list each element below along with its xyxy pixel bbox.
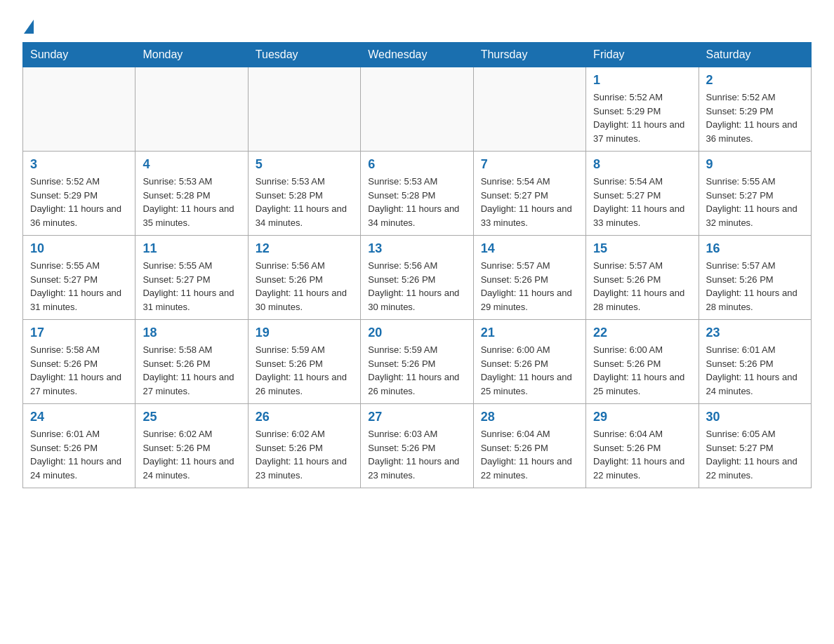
day-number: 9 xyxy=(706,157,804,172)
day-number: 23 xyxy=(706,326,804,340)
calendar-week-row-2: 3Sunrise: 5:52 AM Sunset: 5:29 PM Daylig… xyxy=(23,152,812,236)
calendar-cell: 19Sunrise: 5:59 AM Sunset: 5:26 PM Dayli… xyxy=(248,320,360,404)
day-info: Sunrise: 5:57 AM Sunset: 5:26 PM Dayligh… xyxy=(593,259,691,314)
calendar-cell: 14Sunrise: 5:57 AM Sunset: 5:26 PM Dayli… xyxy=(473,236,585,320)
day-info: Sunrise: 5:53 AM Sunset: 5:28 PM Dayligh… xyxy=(368,175,465,229)
calendar-week-row-4: 17Sunrise: 5:58 AM Sunset: 5:26 PM Dayli… xyxy=(23,320,812,404)
day-info: Sunrise: 6:04 AM Sunset: 5:26 PM Dayligh… xyxy=(481,427,578,482)
day-info: Sunrise: 5:58 AM Sunset: 5:26 PM Dayligh… xyxy=(30,343,128,398)
day-info: Sunrise: 5:53 AM Sunset: 5:28 PM Dayligh… xyxy=(256,175,353,229)
calendar-cell xyxy=(248,67,360,152)
calendar-cell xyxy=(23,67,135,152)
calendar-cell: 28Sunrise: 6:04 AM Sunset: 5:26 PM Dayli… xyxy=(473,404,585,488)
day-number: 25 xyxy=(143,410,240,424)
day-number: 6 xyxy=(368,157,465,172)
day-number: 16 xyxy=(706,241,804,256)
calendar-header-row: SundayMondayTuesdayWednesdayThursdayFrid… xyxy=(23,43,812,67)
day-number: 8 xyxy=(593,157,691,172)
calendar-cell: 6Sunrise: 5:53 AM Sunset: 5:28 PM Daylig… xyxy=(361,152,473,236)
calendar-cell: 11Sunrise: 5:55 AM Sunset: 5:27 PM Dayli… xyxy=(135,236,248,320)
calendar-cell: 9Sunrise: 5:55 AM Sunset: 5:27 PM Daylig… xyxy=(699,152,811,236)
calendar-week-row-5: 24Sunrise: 6:01 AM Sunset: 5:26 PM Dayli… xyxy=(23,404,812,488)
calendar-cell: 7Sunrise: 5:54 AM Sunset: 5:27 PM Daylig… xyxy=(473,152,585,236)
calendar-cell: 10Sunrise: 5:55 AM Sunset: 5:27 PM Dayli… xyxy=(23,236,135,320)
calendar-cell: 13Sunrise: 5:56 AM Sunset: 5:26 PM Dayli… xyxy=(361,236,473,320)
logo-triangle-icon xyxy=(24,20,34,34)
calendar-header-wednesday: Wednesday xyxy=(361,43,473,67)
calendar-cell: 18Sunrise: 5:58 AM Sunset: 5:26 PM Dayli… xyxy=(135,320,248,404)
calendar-cell: 20Sunrise: 5:59 AM Sunset: 5:26 PM Dayli… xyxy=(361,320,473,404)
day-info: Sunrise: 6:00 AM Sunset: 5:26 PM Dayligh… xyxy=(593,343,691,398)
day-info: Sunrise: 5:52 AM Sunset: 5:29 PM Dayligh… xyxy=(593,90,691,145)
day-number: 19 xyxy=(256,326,353,340)
day-info: Sunrise: 5:56 AM Sunset: 5:26 PM Dayligh… xyxy=(256,259,353,314)
day-number: 26 xyxy=(256,410,353,424)
day-info: Sunrise: 5:54 AM Sunset: 5:27 PM Dayligh… xyxy=(593,175,691,229)
day-info: Sunrise: 5:59 AM Sunset: 5:26 PM Dayligh… xyxy=(368,343,465,398)
day-number: 20 xyxy=(368,326,465,340)
day-number: 13 xyxy=(368,241,465,256)
day-info: Sunrise: 5:55 AM Sunset: 5:27 PM Dayligh… xyxy=(143,259,240,314)
calendar-cell: 8Sunrise: 5:54 AM Sunset: 5:27 PM Daylig… xyxy=(586,152,699,236)
calendar-cell: 17Sunrise: 5:58 AM Sunset: 5:26 PM Dayli… xyxy=(23,320,135,404)
day-number: 21 xyxy=(481,326,578,340)
day-info: Sunrise: 6:01 AM Sunset: 5:26 PM Dayligh… xyxy=(706,343,804,398)
day-number: 18 xyxy=(143,326,240,340)
calendar-cell: 2Sunrise: 5:52 AM Sunset: 5:29 PM Daylig… xyxy=(699,67,811,152)
day-number: 1 xyxy=(593,73,691,88)
day-number: 4 xyxy=(143,157,240,172)
calendar-cell xyxy=(135,67,248,152)
calendar-header-thursday: Thursday xyxy=(473,43,585,67)
day-number: 29 xyxy=(593,410,691,424)
calendar-cell: 1Sunrise: 5:52 AM Sunset: 5:29 PM Daylig… xyxy=(586,67,699,152)
calendar-header-sunday: Sunday xyxy=(23,43,135,67)
day-number: 14 xyxy=(481,241,578,256)
day-info: Sunrise: 6:05 AM Sunset: 5:27 PM Dayligh… xyxy=(706,427,804,482)
calendar-week-row-1: 1Sunrise: 5:52 AM Sunset: 5:29 PM Daylig… xyxy=(23,67,812,152)
calendar-cell: 4Sunrise: 5:53 AM Sunset: 5:28 PM Daylig… xyxy=(135,152,248,236)
day-info: Sunrise: 5:52 AM Sunset: 5:29 PM Dayligh… xyxy=(30,175,128,229)
calendar-table: SundayMondayTuesdayWednesdayThursdayFrid… xyxy=(22,42,812,488)
calendar-cell: 27Sunrise: 6:03 AM Sunset: 5:26 PM Dayli… xyxy=(361,404,473,488)
calendar-cell: 24Sunrise: 6:01 AM Sunset: 5:26 PM Dayli… xyxy=(23,404,135,488)
day-info: Sunrise: 5:58 AM Sunset: 5:26 PM Dayligh… xyxy=(143,343,240,398)
calendar-cell xyxy=(361,67,473,152)
day-number: 11 xyxy=(143,241,240,256)
day-number: 24 xyxy=(30,410,128,424)
calendar-header-tuesday: Tuesday xyxy=(248,43,360,67)
calendar-header-friday: Friday xyxy=(586,43,699,67)
day-info: Sunrise: 6:04 AM Sunset: 5:26 PM Dayligh… xyxy=(593,427,691,482)
day-info: Sunrise: 5:57 AM Sunset: 5:26 PM Dayligh… xyxy=(481,259,578,314)
day-info: Sunrise: 6:01 AM Sunset: 5:26 PM Dayligh… xyxy=(30,427,128,482)
day-info: Sunrise: 5:55 AM Sunset: 5:27 PM Dayligh… xyxy=(30,259,128,314)
day-number: 10 xyxy=(30,241,128,256)
day-number: 3 xyxy=(30,157,128,172)
day-number: 28 xyxy=(481,410,578,424)
day-info: Sunrise: 6:02 AM Sunset: 5:26 PM Dayligh… xyxy=(256,427,353,482)
day-number: 17 xyxy=(30,326,128,340)
calendar-cell: 22Sunrise: 6:00 AM Sunset: 5:26 PM Dayli… xyxy=(586,320,699,404)
calendar-cell: 5Sunrise: 5:53 AM Sunset: 5:28 PM Daylig… xyxy=(248,152,360,236)
day-number: 27 xyxy=(368,410,465,424)
day-info: Sunrise: 6:02 AM Sunset: 5:26 PM Dayligh… xyxy=(143,427,240,482)
day-info: Sunrise: 5:56 AM Sunset: 5:26 PM Dayligh… xyxy=(368,259,465,314)
day-info: Sunrise: 5:52 AM Sunset: 5:29 PM Dayligh… xyxy=(706,90,804,145)
calendar-header-monday: Monday xyxy=(135,43,248,67)
calendar-cell: 26Sunrise: 6:02 AM Sunset: 5:26 PM Dayli… xyxy=(248,404,360,488)
calendar-cell: 23Sunrise: 6:01 AM Sunset: 5:26 PM Dayli… xyxy=(699,320,811,404)
day-number: 30 xyxy=(706,410,804,424)
calendar-week-row-3: 10Sunrise: 5:55 AM Sunset: 5:27 PM Dayli… xyxy=(23,236,812,320)
day-info: Sunrise: 6:03 AM Sunset: 5:26 PM Dayligh… xyxy=(368,427,465,482)
day-number: 15 xyxy=(593,241,691,256)
day-number: 2 xyxy=(706,73,804,88)
calendar-cell xyxy=(473,67,585,152)
day-info: Sunrise: 5:53 AM Sunset: 5:28 PM Dayligh… xyxy=(143,175,240,229)
calendar-header-saturday: Saturday xyxy=(699,43,811,67)
day-info: Sunrise: 6:00 AM Sunset: 5:26 PM Dayligh… xyxy=(481,343,578,398)
calendar-cell: 15Sunrise: 5:57 AM Sunset: 5:26 PM Dayli… xyxy=(586,236,699,320)
calendar-cell: 29Sunrise: 6:04 AM Sunset: 5:26 PM Dayli… xyxy=(586,404,699,488)
day-number: 22 xyxy=(593,326,691,340)
day-info: Sunrise: 5:54 AM Sunset: 5:27 PM Dayligh… xyxy=(481,175,578,229)
day-number: 5 xyxy=(256,157,353,172)
day-number: 7 xyxy=(481,157,578,172)
